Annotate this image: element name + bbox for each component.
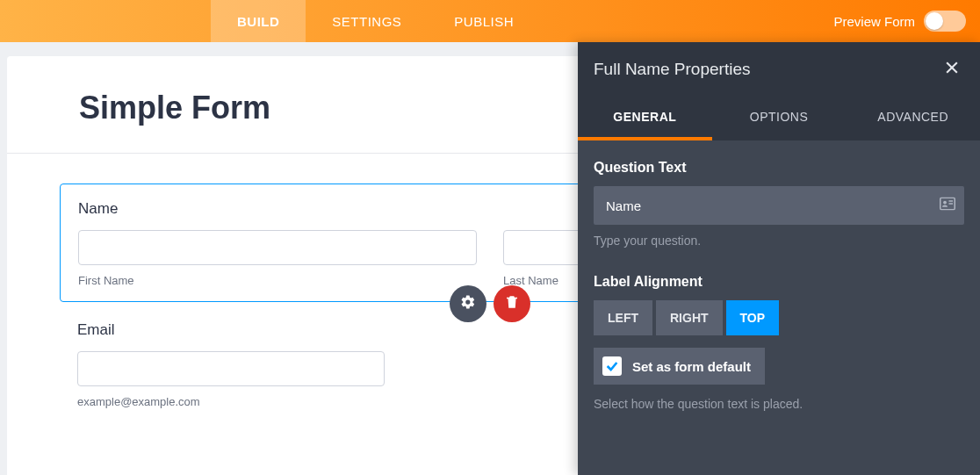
panel-tab-options[interactable]: OPTIONS — [712, 97, 847, 140]
properties-panel: Full Name Properties GENERAL OPTIONS ADV… — [578, 42, 980, 475]
panel-tab-advanced[interactable]: ADVANCED — [846, 97, 980, 140]
tab-build[interactable]: BUILD — [211, 0, 306, 42]
top-navbar: BUILD SETTINGS PUBLISH Preview Form — [0, 0, 980, 42]
panel-tab-general[interactable]: GENERAL — [578, 97, 712, 140]
panel-title: Full Name Properties — [594, 60, 750, 79]
close-icon — [943, 59, 961, 80]
gear-icon — [460, 294, 476, 313]
panel-body: Question Text Type your question. Label … — [578, 140, 980, 475]
first-name-input[interactable] — [78, 230, 477, 265]
align-left-button[interactable]: LEFT — [594, 300, 652, 335]
set-default-label: Set as form default — [632, 359, 751, 374]
svg-point-3 — [943, 201, 947, 205]
tab-publish[interactable]: PUBLISH — [428, 0, 540, 42]
preview-form-control: Preview Form — [833, 0, 966, 42]
checkbox-checked-icon — [602, 356, 622, 376]
field-settings-button[interactable] — [450, 285, 486, 322]
align-right-button[interactable]: RIGHT — [656, 300, 723, 335]
email-input[interactable] — [77, 351, 385, 386]
set-default-checkbox-row[interactable]: Set as form default — [594, 348, 765, 385]
field-actions — [450, 285, 530, 322]
id-card-icon — [940, 198, 955, 214]
label-alignment-group: LEFT RIGHT TOP — [594, 300, 964, 335]
first-name-sublabel: First Name — [78, 274, 477, 287]
label-alignment-help: Select how the question text is placed. — [594, 397, 964, 411]
label-alignment-label: Label Alignment — [594, 274, 964, 290]
panel-tabs: GENERAL OPTIONS ADVANCED — [578, 97, 980, 140]
preview-form-label: Preview Form — [833, 14, 915, 29]
tab-settings[interactable]: SETTINGS — [306, 0, 428, 42]
question-text-help: Type your question. — [594, 234, 964, 248]
panel-close-button[interactable] — [940, 57, 964, 82]
trash-icon — [504, 294, 520, 313]
field-delete-button[interactable] — [494, 285, 530, 322]
question-text-input[interactable] — [594, 186, 964, 225]
question-text-label: Question Text — [594, 160, 964, 176]
panel-header: Full Name Properties — [578, 42, 980, 97]
preview-form-toggle[interactable] — [924, 11, 966, 32]
align-top-button[interactable]: TOP — [726, 300, 780, 335]
